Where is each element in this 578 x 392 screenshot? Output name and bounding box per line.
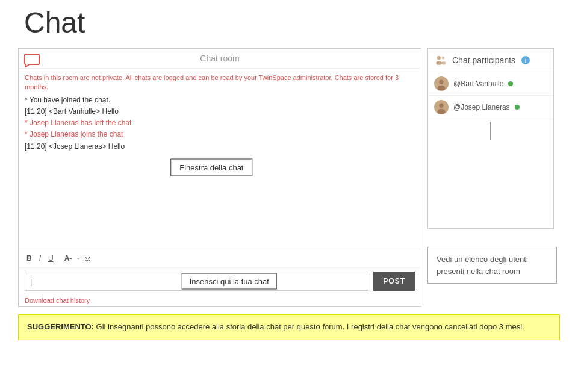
smiley-button[interactable]: ☺	[83, 254, 92, 263]
chat-join-msg: * Josep Llaneras joins the chat	[25, 129, 415, 140]
chat-notice: Chats in this room are not private. All …	[25, 73, 415, 92]
main-content: Chat room Chats in this room are not pri…	[12, 48, 566, 307]
svg-point-7	[438, 109, 446, 114]
svg-point-4	[439, 80, 443, 84]
vedi-text-line2: presenti nella chat room	[437, 267, 520, 276]
chat-msg-2: [11:20] <Josep Llaneras> Hello	[25, 141, 415, 152]
svg-point-5	[438, 86, 446, 90]
participant-item-2: @Josep Llaneras	[428, 96, 553, 119]
chat-panel: Chat room Chats in this room are not pri…	[18, 48, 421, 307]
chat-log: * You have joined the chat. [11:20] <Bar…	[25, 95, 415, 152]
chat-messages: Chats in this room are not private. All …	[19, 69, 421, 249]
online-indicator-2	[515, 105, 520, 110]
vedi-text-line1: Vedi un elenco degli utenti	[437, 255, 528, 264]
participant-item-1: @Bart Vanhulle	[428, 72, 553, 96]
vedi-box: Vedi un elenco degli utenti presenti nel…	[427, 247, 557, 284]
participant-avatar-2	[434, 100, 449, 114]
bold-button[interactable]: B	[25, 253, 34, 264]
chat-input-row: Inserisci qui la tua chat POST	[19, 267, 421, 294]
italic-button[interactable]: I	[37, 253, 43, 264]
participant-avatar-1	[434, 76, 449, 91]
download-link[interactable]: Download chat history	[19, 294, 421, 306]
post-button[interactable]: POST	[373, 272, 415, 291]
participant-name-2: @Josep Llaneras	[453, 103, 510, 111]
chat-leave-msg: * Josep Llaneras has left the chat	[25, 117, 415, 129]
chat-input[interactable]	[25, 272, 368, 291]
chat-room-label: Chat room	[200, 54, 239, 63]
suggestion-prefix: SUGGERIMENTO:	[27, 322, 94, 331]
chat-window-label: Finestra della chat	[170, 159, 252, 176]
participants-title: Chat participants	[452, 55, 515, 65]
participants-icon	[434, 54, 447, 67]
svg-point-2	[442, 57, 445, 60]
font-size-button[interactable]: A-	[63, 253, 74, 264]
svg-point-1	[436, 61, 441, 65]
suggestion-text: Gli insegnanti possono accedere alla sto…	[94, 322, 524, 331]
chat-msg-1: [11:20] <Bart Vanhulle> Hello	[25, 106, 415, 117]
suggestion-box: SUGGERIMENTO: Gli insegnanti possono acc…	[18, 314, 560, 340]
tooltip-connector-line	[490, 122, 491, 140]
participants-header: Chat participants i	[428, 49, 553, 72]
svg-point-3	[441, 61, 446, 65]
chat-toolbar: B I U A- - ☺	[19, 249, 421, 267]
chat-panel-header: Chat room	[19, 49, 421, 69]
underline-button[interactable]: U	[46, 253, 55, 264]
page-title: Chat	[12, 6, 566, 39]
online-indicator-1	[508, 81, 513, 86]
chat-join-self: * You have joined the chat.	[25, 95, 415, 106]
participants-panel: Chat participants i @Bart Vanhulle	[427, 48, 554, 229]
svg-point-6	[439, 104, 443, 108]
vedi-content: Vedi un elenco degli utenti presenti nel…	[427, 247, 557, 284]
svg-point-0	[437, 56, 441, 60]
toolbar-sep-2: -	[77, 254, 79, 263]
right-panel: Chat participants i @Bart Vanhulle	[427, 48, 560, 307]
participant-name-1: @Bart Vanhulle	[453, 79, 503, 88]
info-badge[interactable]: i	[521, 56, 530, 64]
